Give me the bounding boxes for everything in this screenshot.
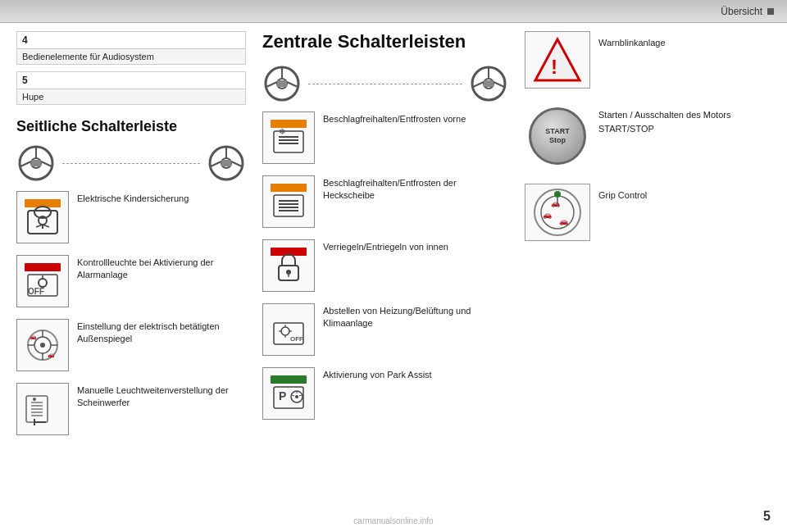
climate-icon-box: OFF (262, 303, 315, 356)
svg-rect-77 (271, 375, 307, 384)
svg-line-45 (266, 82, 277, 87)
stop-label: Stop (549, 136, 566, 145)
left-steering-row (16, 143, 246, 183)
svg-rect-13 (28, 211, 57, 234)
watermark-text: carmanualsonline.info (353, 516, 433, 525)
left-item-mirror: 🚗 🚗 Einstellung der elektrisch betätigte… (16, 319, 246, 371)
light-icon-box (16, 383, 69, 435)
defrost-rear-icon-box (262, 175, 315, 228)
left-column: 4 Bedienelemente für Audiosystem 5 Hupe … (16, 31, 254, 524)
alarm-icon-box: OFF (16, 255, 69, 307)
climate-icon: OFF (267, 308, 310, 351)
climate-text: Abstellen von Heizung/Belüftung und Klim… (323, 303, 508, 330)
svg-text:OFF: OFF (28, 287, 44, 296)
lock-icon (267, 244, 310, 287)
svg-line-10 (231, 161, 242, 166)
alarm-icon: OFF (21, 260, 64, 302)
header-title-text: Übersicht (721, 6, 762, 17)
svg-point-81 (295, 395, 298, 398)
warning-text: Warnblinkanlage (598, 31, 666, 50)
left-item-light: Manuelle Leuchtweitenverstellung der Sch… (16, 383, 246, 435)
right-item-grip: 🚗 🚗 🚗 Grip Control (525, 184, 771, 241)
svg-rect-47 (277, 80, 287, 87)
svg-line-9 (211, 161, 221, 166)
svg-text:🚗: 🚗 (48, 351, 55, 358)
mid-dashed-line (308, 84, 462, 84)
left-steering-wheel-icon-2 (207, 143, 246, 183)
mid-item-lock: Verriegeln/Entriegeln von innen (262, 239, 508, 292)
svg-text:❄: ❄ (279, 127, 285, 136)
svg-line-52 (494, 82, 504, 87)
defrost-rear-text: Beschlagfreihalten/Entfrosten der Hecksc… (323, 175, 508, 202)
toc-desc-5: Hupe (17, 89, 246, 105)
defrost-front-icon-box: ❄ (262, 111, 315, 164)
mid-item-park-assist: P Aktivierung von Park Assist (262, 367, 508, 420)
svg-text:P: P (279, 389, 286, 402)
grip-text: Grip Control (598, 184, 647, 202)
svg-point-71 (281, 327, 289, 335)
mirror-icon: 🚗 🚗 (21, 324, 64, 366)
toc-table: 4 Bedienelemente für Audiosystem (16, 31, 246, 65)
right-item-warning: ! Warnblinkanlage (525, 31, 771, 89)
left-steering-wheel-icon (16, 143, 56, 183)
left-dashed-line (62, 163, 200, 164)
svg-line-83 (292, 395, 294, 396)
svg-point-26 (40, 343, 45, 348)
mirror-text: Einstellung der elektrisch betätigten Au… (77, 319, 246, 346)
start-stop-text: Starten / Ausschalten des Motors START/S… (598, 103, 771, 135)
svg-rect-11 (221, 160, 231, 166)
toc-desc-5-row: Hupe (17, 89, 246, 105)
mid-column: Zentrale Schalterleisten (254, 31, 516, 524)
park-assist-icon-box: P (262, 367, 315, 420)
child-lock-text: Elektrische Kindersicherung (77, 191, 189, 205)
left-item-child-lock: Elektrische Kindersicherung (16, 191, 246, 243)
toc-row-4: 4 (17, 32, 246, 49)
header-square-icon (767, 8, 774, 15)
svg-rect-54 (271, 120, 307, 128)
mirror-icon-box: 🚗 🚗 (16, 319, 69, 371)
svg-text:🚗: 🚗 (551, 198, 561, 208)
toc-desc-4: Bedienelemente für Audiosystem (17, 49, 246, 65)
right-item-start-stop: START Stop Starten / Ausschalten des Mot… (525, 103, 771, 169)
toc-row-5: 5 (17, 72, 246, 89)
start-stop-icon-container: START Stop (525, 103, 590, 169)
left-item-alarm: OFF Kontrollleuchte bei Aktivierung der … (16, 255, 246, 307)
mid-section-title: Zentrale Schalterleisten (262, 31, 508, 52)
mid-item-climate: OFF Abstellen von Heizung/Belüftung und … (262, 303, 508, 356)
toc-desc-4-row: Bedienelemente für Audiosystem (17, 49, 246, 65)
park-assist-icon: P (267, 372, 310, 415)
start-label: START (545, 127, 569, 136)
toc-table-5: 5 Hupe (16, 71, 246, 105)
svg-text:!: ! (551, 56, 557, 78)
svg-line-51 (473, 82, 484, 87)
svg-rect-5 (31, 160, 41, 166)
top-bar: Übersicht (0, 0, 787, 23)
svg-point-39 (33, 398, 36, 401)
mid-steering-row (262, 64, 508, 103)
left-section-title: Seitliche Schalterleiste (16, 118, 246, 135)
grip-control-icon-box: 🚗 🚗 🚗 (525, 184, 590, 241)
svg-line-46 (287, 82, 298, 87)
defrost-front-icon: ❄ (267, 116, 310, 159)
alarm-text: Kontrollleuchte bei Aktivierung der Alar… (77, 255, 246, 282)
svg-point-68 (286, 270, 291, 275)
svg-line-4 (41, 161, 52, 166)
mid-steering-wheel-icon-left (262, 64, 302, 103)
svg-line-84 (299, 395, 302, 396)
child-lock-icon-box (16, 191, 69, 243)
page-content: 4 Bedienelemente für Audiosystem 5 Hupe … (0, 23, 787, 532)
svg-line-18 (43, 225, 49, 227)
svg-text:OFF: OFF (290, 335, 303, 343)
mid-item-defrost-rear: Beschlagfreihalten/Entfrosten der Hecksc… (262, 175, 508, 228)
light-icon (21, 388, 64, 430)
svg-marker-86 (539, 43, 576, 79)
grip-control-icon: 🚗 🚗 🚗 (530, 186, 585, 239)
svg-point-93 (554, 191, 561, 198)
svg-rect-60 (271, 184, 307, 192)
svg-point-22 (39, 279, 47, 287)
mid-steering-wheel-icon-right (469, 64, 508, 103)
lock-icon-box (262, 239, 315, 292)
toc-num-5: 5 (17, 72, 246, 89)
start-stop-button-icon: START Stop (529, 107, 586, 165)
warning-triangle-icon-box: ! (525, 31, 590, 89)
